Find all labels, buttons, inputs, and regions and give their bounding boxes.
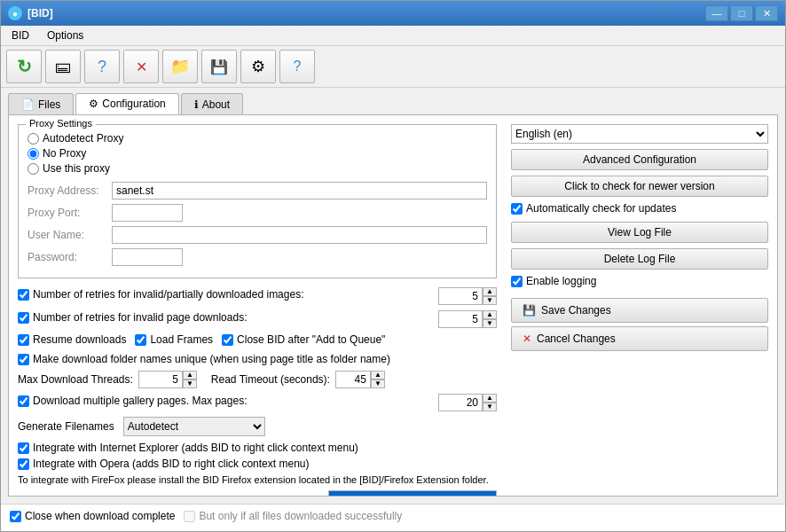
enable-logging-label[interactable]: Enable logging <box>511 275 768 287</box>
threads-spinbtns: ▲ ▼ <box>183 371 197 388</box>
menu-bar: BID Options <box>1 26 785 46</box>
threads-down[interactable]: ▼ <box>183 379 197 388</box>
proxy-autodetect-radio[interactable] <box>28 133 39 145</box>
proxy-password-input[interactable] <box>112 248 183 266</box>
window-title: [BID] <box>28 7 53 20</box>
toolbar-stop[interactable]: ✕ <box>123 50 159 83</box>
retries-page-input[interactable] <box>438 310 483 328</box>
opera-integrate-checkbox[interactable] <box>18 458 29 470</box>
firefox-row: If not launched from a browser context m… <box>18 490 497 497</box>
resume-label[interactable]: Resume downloads <box>18 333 126 346</box>
toolbar-help[interactable]: ? <box>84 50 120 83</box>
config-icon: ⚙ <box>251 57 265 76</box>
proxy-username-label: User Name: <box>28 229 112 241</box>
opera-integrate-label[interactable]: Integrate with Opera (adds BID to right … <box>18 458 497 470</box>
save-changes-button[interactable]: 💾 Save Changes <box>511 298 768 323</box>
retries-invalid-checkbox[interactable] <box>18 289 29 301</box>
retries-page-up[interactable]: ▲ <box>483 310 497 319</box>
retries-page-checkbox[interactable] <box>18 312 29 324</box>
timeout-group: Read Timeout (seconds): ▲ ▼ <box>211 371 385 388</box>
unique-folder-checkbox[interactable] <box>18 354 29 365</box>
stop-icon: ✕ <box>136 59 147 75</box>
retries-invalid-down[interactable]: ▼ <box>483 296 497 305</box>
load-frames-checkbox[interactable] <box>135 334 146 346</box>
auto-check-checkbox[interactable] <box>511 203 523 215</box>
view-log-button[interactable]: View Log File <box>511 222 768 243</box>
menu-options[interactable]: Options <box>40 27 90 43</box>
refresh-icon: ↻ <box>17 56 32 77</box>
multi-gallery-down[interactable]: ▼ <box>483 403 497 411</box>
timeout-label: Read Timeout (seconds): <box>211 373 330 386</box>
advanced-config-button[interactable]: Advanced Configuration <box>511 149 768 170</box>
tabs: 📄 Files ⚙ Configuration ℹ About <box>1 88 785 114</box>
proxy-address-input[interactable] <box>112 182 487 200</box>
toolbar-about[interactable]: ? <box>279 50 315 83</box>
proxy-password-row: Password: <box>28 248 487 266</box>
maximize-button[interactable]: □ <box>730 5 753 21</box>
timeout-down[interactable]: ▼ <box>371 379 385 388</box>
proxy-noproxy-label[interactable]: No Proxy <box>28 147 487 160</box>
close-bid-label[interactable]: Close BID after "Add to Queue" <box>222 333 385 346</box>
close-complete-checkbox[interactable] <box>10 511 21 522</box>
proxy-username-row: User Name: <box>28 226 487 244</box>
auto-check-label[interactable]: Automatically check for updates <box>511 202 768 215</box>
check-version-button[interactable]: Click to check for newer version <box>511 176 768 197</box>
ie-integrate-checkbox[interactable] <box>18 442 29 454</box>
retries-page-checkbox-label[interactable]: Number of retries for invalid page downl… <box>18 311 438 324</box>
close-bid-checkbox[interactable] <box>222 334 233 346</box>
filenames-select[interactable]: Autodetect Sequential Original <box>123 417 265 436</box>
timeout-spinbtns: ▲ ▼ <box>371 371 385 388</box>
tab-files[interactable]: 📄 Files <box>8 93 74 114</box>
close-complete-label[interactable]: Close when download complete <box>10 510 175 522</box>
cancel-changes-button[interactable]: ✕ Cancel Changes <box>511 326 768 351</box>
multi-gallery-checkbox-label[interactable]: Download multiple gallery pages. Max pag… <box>18 395 438 407</box>
unique-folder-label[interactable]: Make download folder names unique (when … <box>18 353 497 365</box>
left-panel: Proxy Settings Autodetect Proxy No Proxy <box>18 124 497 497</box>
tab-about[interactable]: ℹ About <box>181 93 243 114</box>
but-only-label[interactable]: But only if all files downloaded success… <box>184 510 402 522</box>
delete-log-button[interactable]: Delete Log File <box>511 248 768 270</box>
retries-invalid-up[interactable]: ▲ <box>483 287 497 296</box>
toolbar-save[interactable]: 💾 <box>201 50 237 83</box>
retries-invalid-spinbtns: ▲ ▼ <box>483 287 497 305</box>
toolbar-refresh[interactable]: ↻ <box>6 50 42 83</box>
title-bar-left: ● [BID] <box>8 6 53 20</box>
about-icon: ? <box>294 59 302 74</box>
ie-integrate-label[interactable]: Integrate with Internet Explorer (adds B… <box>18 442 497 454</box>
threads-input[interactable] <box>138 371 183 388</box>
content-area: Proxy Settings Autodetect Proxy No Proxy <box>8 114 778 497</box>
proxy-usethis-radio[interactable] <box>28 163 39 175</box>
timeout-up[interactable]: ▲ <box>371 371 385 379</box>
action-buttons: 💾 Save Changes ✕ Cancel Changes <box>511 298 768 351</box>
proxy-group-label: Proxy Settings <box>26 118 96 129</box>
proxy-noproxy-radio[interactable] <box>28 148 39 160</box>
load-frames-label[interactable]: Load Frames <box>135 333 213 346</box>
threads-up[interactable]: ▲ <box>183 371 197 379</box>
retries-invalid-input[interactable] <box>438 287 483 305</box>
proxy-username-input[interactable] <box>112 226 487 244</box>
proxy-port-input[interactable] <box>112 204 183 222</box>
but-only-checkbox[interactable] <box>184 511 195 522</box>
menu-bid[interactable]: BID <box>4 27 36 43</box>
multi-gallery-input[interactable] <box>438 394 483 411</box>
enable-logging-checkbox[interactable] <box>511 276 523 287</box>
language-select[interactable]: English (en) German (de) French (fr) <box>511 124 768 144</box>
toolbar-hdd[interactable]: 🖴 <box>45 50 81 83</box>
retries-invalid-checkbox-label[interactable]: Number of retries for invalid/partially … <box>18 288 438 301</box>
retries-invalid-row: Number of retries for invalid/partially … <box>18 287 497 305</box>
retries-page-down[interactable]: ▼ <box>483 319 497 328</box>
multi-gallery-up[interactable]: ▲ <box>483 394 497 403</box>
timeout-input[interactable] <box>335 371 371 388</box>
tab-configuration[interactable]: ⚙ Configuration <box>75 93 178 114</box>
close-button[interactable]: ✕ <box>755 5 778 21</box>
proxy-autodetect-label[interactable]: Autodetect Proxy <box>28 132 487 145</box>
cookie-select[interactable]: FireFox Internet Explorer None <box>328 490 497 497</box>
minimize-button[interactable]: — <box>705 5 728 21</box>
proxy-usethis-label[interactable]: Use this proxy <box>28 162 487 175</box>
toolbar-config[interactable]: ⚙ <box>240 50 276 83</box>
resume-checkbox[interactable] <box>18 334 29 346</box>
multi-gallery-checkbox[interactable] <box>18 395 29 407</box>
retries-page-row: Number of retries for invalid page downl… <box>18 310 497 328</box>
app-icon: ● <box>8 6 22 20</box>
toolbar-folder[interactable]: 📁 <box>162 50 198 83</box>
